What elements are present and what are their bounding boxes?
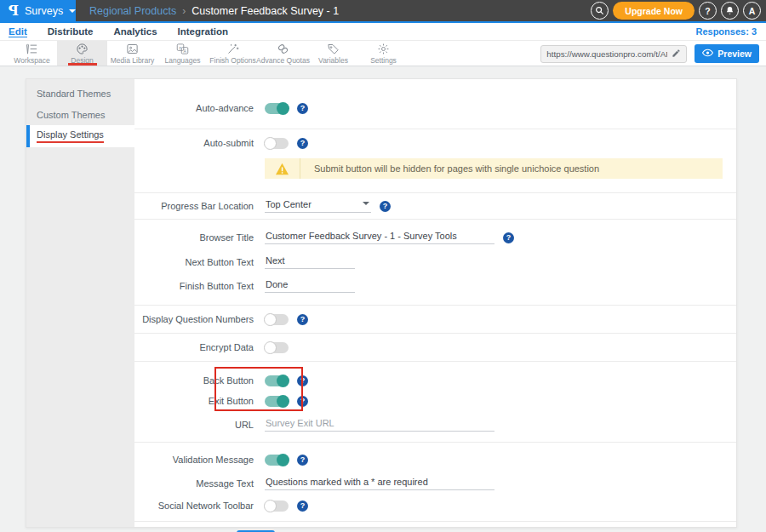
progress-bar-location-value: Top Center: [266, 199, 312, 209]
design-sidebar: Standard Themes Custom Themes Display Se…: [26, 79, 134, 527]
auto-submit-label: Auto-submit: [134, 138, 254, 148]
design-palette-icon: [75, 43, 89, 55]
toolbar-item-media-library[interactable]: Media Library: [107, 41, 157, 66]
validation-message-help-icon[interactable]: ?: [297, 455, 308, 466]
toolbar-label: Advance Quotas: [256, 56, 310, 65]
help-circle-icon[interactable]: ?: [699, 2, 717, 20]
edit-toolbar: Workspace Design Media Library zA Langua…: [0, 41, 766, 66]
variables-tag-icon: [326, 43, 340, 55]
toolbar-item-advance-quotas[interactable]: Advance Quotas: [258, 41, 308, 66]
auto-advance-help-icon[interactable]: ?: [297, 103, 308, 114]
toolbar-item-workspace[interactable]: Workspace: [7, 41, 57, 66]
display-question-numbers-help-icon[interactable]: ?: [297, 314, 308, 325]
search-icon[interactable]: [591, 2, 609, 20]
nav-tab-integration[interactable]: Integration: [178, 26, 228, 37]
browser-title-help-icon[interactable]: ?: [503, 232, 514, 243]
preview-button[interactable]: Preview: [695, 44, 759, 63]
exit-button-toggle[interactable]: [265, 396, 289, 407]
message-text-label: Message Text: [134, 478, 254, 489]
toggle-knob: [264, 341, 277, 354]
edit-url-pencil-icon[interactable]: [672, 49, 681, 60]
message-text-input[interactable]: [265, 477, 494, 490]
auto-advance-label: Auto-advance: [134, 103, 254, 113]
languages-translate-icon: zA: [175, 43, 190, 55]
back-button-label: Back Button: [134, 375, 254, 386]
auto-advance-row: Auto-advance ?: [134, 96, 736, 120]
display-settings-form: Auto-advance ? Auto-submit ?: [134, 79, 736, 527]
questionpro-logo-icon: P: [9, 3, 19, 19]
breadcrumb-survey-name: Customer Feedback Survey - 1: [192, 5, 339, 17]
toggle-knob: [264, 500, 277, 512]
sidebar-item-standard-themes[interactable]: Standard Themes: [26, 83, 134, 104]
survey-url-text: https://www.questionpro.com/t/APNrFZ: [546, 49, 667, 59]
exit-button-help-icon[interactable]: ?: [297, 396, 308, 407]
responses-count[interactable]: Responses: 3: [695, 26, 757, 37]
back-button-row: Back Button ?: [134, 370, 736, 391]
back-button-help-icon[interactable]: ?: [297, 375, 308, 386]
toggle-knob: [277, 395, 289, 408]
auto-submit-help-icon[interactable]: ?: [297, 138, 308, 149]
toolbar-label: Workspace: [14, 56, 49, 65]
survey-nav: Edit Distribute Analytics Integration Re…: [0, 23, 766, 41]
encrypt-data-toggle[interactable]: [265, 342, 289, 353]
finish-button-text-input[interactable]: [265, 279, 355, 293]
eye-icon: [702, 49, 713, 59]
toolbar-item-design[interactable]: Design: [57, 41, 107, 66]
display-question-numbers-row: Display Question Numbers ?: [134, 307, 736, 331]
toolbar-item-finish-options[interactable]: Finish Options: [208, 41, 258, 66]
sidebar-item-custom-themes[interactable]: Custom Themes: [26, 104, 134, 125]
social-network-toolbar-row: Social Network Toolbar ?: [134, 495, 736, 516]
back-button-toggle[interactable]: [265, 375, 289, 386]
social-network-toolbar-toggle[interactable]: [265, 501, 289, 512]
validation-message-row: Validation Message ?: [134, 448, 736, 472]
notifications-bell-icon[interactable]: [721, 2, 739, 20]
toggle-knob: [264, 313, 277, 326]
encrypt-data-label: Encrypt Data: [134, 342, 254, 352]
progress-bar-location-label: Progress Bar Location: [134, 201, 254, 211]
finish-options-wand-icon: [226, 43, 240, 55]
top-header: P Surveys Regional Products › Customer F…: [0, 0, 766, 23]
toolbar-item-languages[interactable]: zA Languages: [157, 41, 208, 66]
nav-tab-analytics[interactable]: Analytics: [113, 26, 157, 37]
breadcrumb: Regional Products › Customer Feedback Su…: [76, 0, 339, 21]
auto-submit-toggle[interactable]: [265, 138, 289, 149]
surveys-product-menu[interactable]: P Surveys: [0, 0, 76, 21]
nav-tab-edit[interactable]: Edit: [9, 26, 27, 37]
progress-bar-help-icon[interactable]: ?: [380, 201, 391, 212]
browser-title-input[interactable]: [265, 231, 494, 244]
encrypt-data-row: Encrypt Data: [134, 335, 736, 359]
social-network-toolbar-label: Social Network Toolbar: [134, 501, 254, 511]
finish-button-text-label: Finish Button Text: [134, 281, 254, 291]
browser-title-row: Browser Title ?: [134, 225, 736, 250]
breadcrumb-separator: ›: [182, 5, 186, 17]
social-network-toolbar-help-icon[interactable]: ?: [297, 501, 308, 512]
account-avatar[interactable]: A: [743, 2, 761, 20]
next-button-text-row: Next Button Text: [134, 250, 736, 274]
active-tab-underline: [68, 63, 97, 66]
next-button-text-input[interactable]: [265, 255, 355, 269]
toolbar-label: Languages: [164, 56, 200, 65]
breadcrumb-folder[interactable]: Regional Products: [89, 5, 176, 17]
toolbar-item-variables[interactable]: Variables: [308, 41, 358, 66]
toggle-knob: [277, 375, 289, 387]
toolbar-item-settings[interactable]: Settings: [358, 41, 409, 66]
exit-url-input[interactable]: [265, 418, 494, 432]
preview-label: Preview: [717, 49, 752, 59]
design-settings-card: Standard Themes Custom Themes Display Se…: [26, 78, 737, 528]
sidebar-item-display-settings[interactable]: Display Settings: [26, 125, 134, 147]
upgrade-now-button[interactable]: Upgrade Now: [613, 2, 695, 20]
warning-text: Submit button will be hidden for pages w…: [300, 163, 599, 174]
workspace-icon: [25, 43, 39, 55]
exit-button-row: Exit Button ?: [134, 391, 736, 411]
validation-message-toggle[interactable]: [265, 455, 289, 466]
nav-tab-distribute[interactable]: Distribute: [48, 26, 94, 37]
exit-url-row: URL: [134, 413, 736, 437]
auto-advance-toggle[interactable]: [265, 103, 289, 114]
survey-url-box[interactable]: https://www.questionpro.com/t/APNrFZ: [540, 45, 687, 63]
advance-quotas-links-icon: [276, 43, 290, 55]
progress-bar-location-select[interactable]: Top Center: [265, 199, 371, 213]
header-actions: Upgrade Now ? A: [591, 0, 761, 21]
toolbar-label: Finish Options: [209, 56, 255, 65]
display-question-numbers-toggle[interactable]: [265, 314, 289, 325]
toggle-knob: [277, 454, 289, 466]
